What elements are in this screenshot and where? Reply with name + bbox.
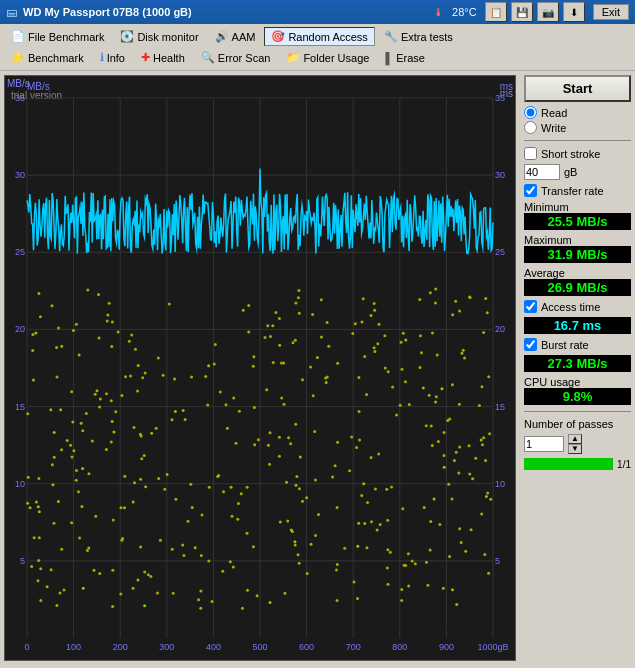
access-time-value: 16.7 ms xyxy=(524,317,631,334)
random-access-button[interactable]: 🎯 Random Access xyxy=(264,27,374,46)
minimum-stat: Minimum 25.5 MB/s xyxy=(524,201,631,230)
burst-rate-label: Burst rate xyxy=(541,339,589,351)
erase-label: Erase xyxy=(396,52,425,64)
cpu-usage-stat: CPU usage 9.8% xyxy=(524,376,631,405)
short-stroke-checkbox[interactable] xyxy=(524,147,537,160)
progress-container: 1/1 xyxy=(524,458,631,470)
passes-row: ▲ ▼ xyxy=(524,434,631,454)
burst-rate-value: 27.3 MB/s xyxy=(524,355,631,372)
disk-icon: 💽 xyxy=(120,30,134,43)
maximum-stat: Maximum 31.9 MB/s xyxy=(524,234,631,263)
benchmark-label: Benchmark xyxy=(28,52,84,64)
passes-up[interactable]: ▲ xyxy=(568,434,582,444)
health-icon: ✚ xyxy=(141,51,150,64)
erase-button[interactable]: ▌ Erase xyxy=(378,49,432,67)
gb-unit: gB xyxy=(564,166,577,178)
title-bar: 🖴 WD My Passport 07B8 (1000 gB) 🌡 28°C 📋… xyxy=(0,0,635,24)
target-icon: 🎯 xyxy=(271,30,285,43)
transfer-rate-label: Transfer rate xyxy=(541,185,604,197)
transfer-rate-check[interactable]: Transfer rate xyxy=(524,184,631,197)
passes-label: Number of passes xyxy=(524,418,631,430)
passes-input[interactable] xyxy=(524,436,564,452)
chart-canvas xyxy=(5,76,515,660)
wrench-icon: 🔧 xyxy=(384,30,398,43)
average-value: 26.9 MB/s xyxy=(524,279,631,296)
search-icon: 🔍 xyxy=(201,51,215,64)
short-stroke-input[interactable] xyxy=(524,164,560,180)
toolbar-row-1: 📄 File Benchmark 💽 Disk monitor 🔊 AAM 🎯 … xyxy=(4,26,631,47)
cpu-usage-value: 9.8% xyxy=(524,388,631,405)
progress-label: 1/1 xyxy=(617,459,631,470)
random-access-label: Random Access xyxy=(288,31,367,43)
toolbar: 📄 File Benchmark 💽 Disk monitor 🔊 AAM 🎯 … xyxy=(0,24,635,71)
folder-usage-button[interactable]: 📁 Folder Usage xyxy=(279,48,376,67)
icon-btn-2[interactable]: 💾 xyxy=(511,2,533,22)
write-option[interactable]: Write xyxy=(524,121,631,134)
icon-btn-1[interactable]: 📋 xyxy=(485,2,507,22)
divider-2 xyxy=(524,411,631,412)
extra-tests-label: Extra tests xyxy=(401,31,453,43)
maximum-label: Maximum xyxy=(524,234,631,246)
thermometer-icon: 🌡 xyxy=(433,6,444,18)
burst-rate-check[interactable]: Burst rate xyxy=(524,338,631,351)
access-time-label: Access time xyxy=(541,301,600,313)
minimum-label: Minimum xyxy=(524,201,631,213)
disk-monitor-label: Disk monitor xyxy=(137,31,198,43)
disk-monitor-button[interactable]: 💽 Disk monitor xyxy=(113,27,205,46)
icon-btn-4[interactable]: ⬇ xyxy=(563,2,585,22)
transfer-rate-checkbox[interactable] xyxy=(524,184,537,197)
extra-tests-button[interactable]: 🔧 Extra tests xyxy=(377,27,460,46)
aam-button[interactable]: 🔊 AAM xyxy=(208,27,263,46)
folder-icon: 📁 xyxy=(286,51,300,64)
folder-usage-label: Folder Usage xyxy=(303,52,369,64)
info-label: Info xyxy=(107,52,125,64)
short-stroke-label: Short stroke xyxy=(541,148,600,160)
window-title: WD My Passport 07B8 (1000 gB) xyxy=(23,6,192,18)
maximum-value: 31.9 MB/s xyxy=(524,246,631,263)
read-label: Read xyxy=(541,107,567,119)
right-panel: Start Read Write Short stroke gB Transfe… xyxy=(520,71,635,665)
icon-btn-3[interactable]: 📷 xyxy=(537,2,559,22)
write-label: Write xyxy=(541,122,566,134)
hdd-icon: 🖴 xyxy=(6,6,17,18)
speaker-icon: 🔊 xyxy=(215,30,229,43)
access-time-checkbox[interactable] xyxy=(524,300,537,313)
star-icon: ⭐ xyxy=(11,51,25,64)
health-label: Health xyxy=(153,52,185,64)
file-benchmark-button[interactable]: 📄 File Benchmark xyxy=(4,27,111,46)
short-stroke-check[interactable]: Short stroke xyxy=(524,147,631,160)
passes-down[interactable]: ▼ xyxy=(568,444,582,454)
erase-icon: ▌ xyxy=(385,52,393,64)
chart-area: MB/s ms trial version xyxy=(4,75,516,661)
write-radio[interactable] xyxy=(524,121,537,134)
average-label: Average xyxy=(524,267,631,279)
average-stat: Average 26.9 MB/s xyxy=(524,267,631,296)
file-benchmark-label: File Benchmark xyxy=(28,31,104,43)
short-stroke-row: gB xyxy=(524,164,631,180)
access-time-check[interactable]: Access time xyxy=(524,300,631,313)
error-scan-label: Error Scan xyxy=(218,52,271,64)
info-icon: ℹ xyxy=(100,51,104,64)
error-scan-button[interactable]: 🔍 Error Scan xyxy=(194,48,278,67)
benchmark-button[interactable]: ⭐ Benchmark xyxy=(4,48,91,67)
health-button[interactable]: ✚ Health xyxy=(134,48,192,67)
toolbar-row-2: ⭐ Benchmark ℹ Info ✚ Health 🔍 Error Scan… xyxy=(4,47,631,68)
read-radio[interactable] xyxy=(524,106,537,119)
progress-bar xyxy=(524,458,613,470)
main-content: MB/s ms trial version Start Read Write S… xyxy=(0,71,635,665)
info-button[interactable]: ℹ Info xyxy=(93,48,132,67)
cpu-usage-label: CPU usage xyxy=(524,376,631,388)
minimum-value: 25.5 MB/s xyxy=(524,213,631,230)
exit-button[interactable]: Exit xyxy=(593,4,629,20)
file-icon: 📄 xyxy=(11,30,25,43)
divider-1 xyxy=(524,140,631,141)
temperature-display: 28°C xyxy=(452,6,477,18)
start-button[interactable]: Start xyxy=(524,75,631,102)
read-option[interactable]: Read xyxy=(524,106,631,119)
burst-rate-checkbox[interactable] xyxy=(524,338,537,351)
aam-label: AAM xyxy=(232,31,256,43)
read-write-group: Read Write xyxy=(524,106,631,134)
